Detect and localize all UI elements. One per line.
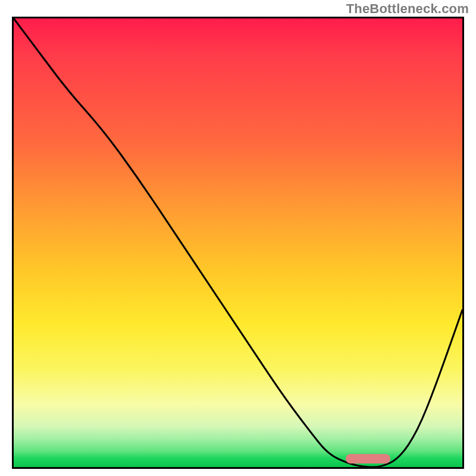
bottleneck-curve-path	[14, 18, 462, 467]
bottleneck-curve-svg	[14, 18, 462, 467]
optimal-range-marker	[346, 454, 390, 464]
bottleneck-chart	[12, 17, 464, 469]
attribution-text: TheBottleneck.com	[346, 1, 469, 17]
